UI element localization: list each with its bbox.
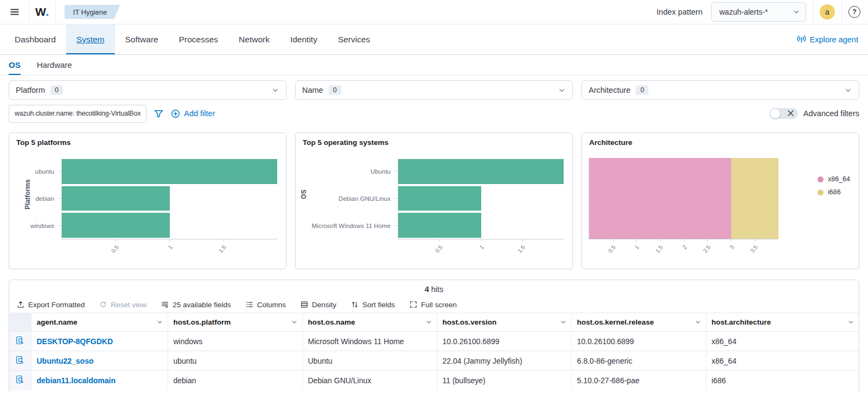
agent-name-link[interactable]: Ubuntu22_soso: [31, 351, 168, 371]
tab-processes[interactable]: Processes: [169, 24, 228, 54]
tick-label: 1.5: [217, 244, 227, 254]
inspect-document-button[interactable]: [9, 351, 31, 371]
tick-mark: [439, 239, 440, 242]
tick-mark: [755, 239, 755, 242]
bar-segment-i686[interactable]: [731, 158, 778, 239]
architecture-filter-select[interactable]: Architecture 0: [582, 80, 859, 100]
column-header-agent-name[interactable]: agent.name: [31, 313, 168, 332]
top-bar: W. IT Hygiene Index pattern wazuh-alerts…: [0, 0, 868, 24]
category-label: debian: [35, 195, 59, 202]
top5-platforms-chart[interactable]: Platformsubuntudebianwindows0.511.5: [15, 156, 280, 265]
architecture-chart[interactable]: 0.511.522.533.5x86_64i686: [588, 156, 853, 265]
name-filter-select[interactable]: Name 0: [295, 80, 573, 100]
tab-system[interactable]: System: [66, 24, 115, 54]
toggle-knob: [770, 108, 781, 119]
table-cell: i686: [706, 371, 859, 390]
tab-identity[interactable]: Identity: [280, 24, 328, 54]
close-icon[interactable]: [788, 110, 794, 116]
column-header-label: host.os.name: [308, 318, 355, 326]
density-button[interactable]: Density: [301, 301, 336, 309]
bar[interactable]: [398, 186, 481, 211]
25-available-fields-button[interactable]: 25 available fields: [161, 301, 231, 309]
tick-mark: [481, 239, 482, 242]
column-header-label: host.os.platform: [174, 318, 231, 326]
bar[interactable]: [62, 213, 170, 238]
bar[interactable]: [398, 159, 564, 184]
charts-row: Top 5 platforms Platformsubuntudebianwin…: [9, 132, 859, 269]
tick-mark: [116, 239, 116, 242]
tick-label: 3: [728, 244, 735, 250]
legend-item-i686[interactable]: i686: [818, 188, 850, 196]
results-table-panel: 4 hits Export FormattedReset view25 avai…: [9, 280, 859, 393]
tab-software[interactable]: Software: [115, 24, 169, 54]
divider: [55, 0, 56, 24]
name-filter-label: Name: [302, 86, 323, 94]
table-cell: 22.04 (Jammy Jellyfish): [437, 351, 571, 371]
help-icon[interactable]: ?: [848, 6, 860, 18]
bar[interactable]: [62, 159, 277, 184]
column-header-host-os-name[interactable]: host.os.name: [302, 313, 437, 332]
subtab-hardware[interactable]: Hardware: [37, 55, 72, 75]
agent-name-link[interactable]: debian11.localdomain: [31, 371, 168, 390]
column-header-host-os-kernel-release[interactable]: host.os.kernel.release: [571, 313, 706, 332]
full-screen-button[interactable]: Full screen: [410, 301, 457, 309]
tick-label: 1: [167, 244, 174, 250]
architecture-filter-label: Architecture: [589, 86, 630, 94]
antenna-icon: [797, 35, 806, 44]
columns-button[interactable]: Columns: [246, 301, 286, 309]
table-cell: 6.8.0-86-generic: [571, 351, 706, 371]
platform-filter-select[interactable]: Platform 0: [9, 80, 286, 100]
filter-funnel-icon[interactable]: [154, 109, 163, 118]
system-subtabs: OS Hardware: [0, 55, 868, 75]
top5-os-chart[interactable]: OSUbuntuDebian GNU/LinuxMicrosoft Window…: [301, 156, 567, 265]
bar-row: [62, 185, 277, 212]
legend-dot: [818, 189, 824, 195]
tab-dashboard[interactable]: Dashboard: [4, 24, 66, 54]
bar[interactable]: [398, 213, 481, 238]
advanced-filters-toggle[interactable]: [770, 108, 798, 119]
export-formatted-button[interactable]: Export Formatted: [17, 301, 85, 309]
legend-label: x86_64: [828, 175, 850, 183]
architecture-panel: Architecture 0.511.522.533.5x86_64i686: [582, 132, 859, 269]
wazuh-logo[interactable]: W.: [35, 5, 49, 18]
table-cell: debian: [168, 371, 302, 390]
chevron-down-icon: [785, 8, 800, 16]
index-pattern-select[interactable]: wazuh-alerts-*: [711, 2, 806, 22]
column-header-host-os-version[interactable]: host.os.version: [437, 313, 571, 332]
tab-network[interactable]: Network: [228, 24, 280, 54]
legend-item-x86_64[interactable]: x86_64: [818, 175, 850, 183]
inspect-document-button[interactable]: [9, 332, 31, 351]
bar[interactable]: [62, 186, 170, 211]
bar-row: [62, 158, 277, 185]
chevron-down-icon[interactable]: [560, 319, 567, 326]
sort-fields-button[interactable]: Sort fields: [351, 301, 395, 309]
chevron-down-icon[interactable]: [156, 319, 163, 326]
top-bar-right: Index pattern wazuh-alerts-* a ?: [656, 0, 860, 24]
breadcrumb[interactable]: IT Hygiene: [65, 5, 120, 19]
chevron-down-icon[interactable]: [291, 319, 298, 326]
add-filter-button[interactable]: Add filter: [171, 109, 215, 118]
menu-icon[interactable]: [8, 5, 22, 19]
explore-agent-label: Explore agent: [810, 35, 858, 44]
tick-mark: [707, 239, 708, 242]
column-header-host-os-platform[interactable]: host.os.platform: [168, 313, 302, 332]
cluster-filter-pill[interactable]: wazuh.cluster.name: thecotilking-Virtual…: [9, 105, 146, 123]
tick-label: 0.5: [433, 244, 444, 254]
subtab-os[interactable]: OS: [9, 55, 21, 75]
index-pattern-value: wazuh-alerts-*: [719, 8, 768, 16]
bar-row: [398, 185, 564, 212]
table-cell: 5.10.0-27-686-pae: [571, 371, 706, 390]
bar-segment-x86_64[interactable]: [589, 158, 731, 239]
tick-mark: [636, 239, 637, 242]
column-header-host-architecture[interactable]: host.architecture: [706, 313, 859, 332]
hits-label: hits: [431, 285, 444, 294]
chevron-down-icon[interactable]: [694, 319, 701, 326]
tab-services[interactable]: Services: [328, 24, 380, 54]
tick-mark: [170, 239, 170, 242]
avatar[interactable]: a: [820, 4, 835, 20]
inspect-document-button[interactable]: [9, 371, 31, 390]
agent-name-link[interactable]: DESKTOP-8QFGDKD: [31, 332, 168, 351]
chevron-down-icon[interactable]: [847, 319, 854, 326]
explore-agent-button[interactable]: Explore agent: [797, 24, 858, 54]
chevron-down-icon[interactable]: [425, 319, 432, 326]
